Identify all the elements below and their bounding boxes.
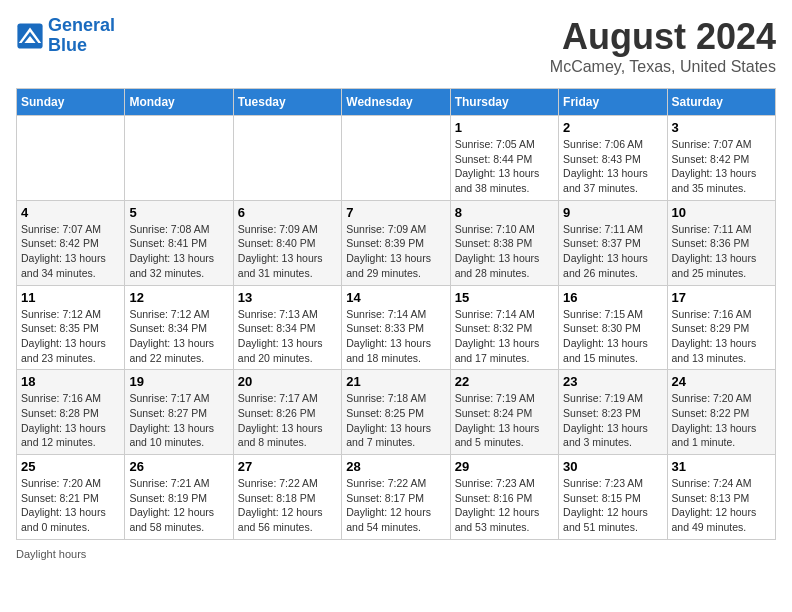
day-info: Sunrise: 7:20 AM Sunset: 8:21 PM Dayligh… [21, 476, 120, 535]
day-number: 5 [129, 205, 228, 220]
logo-line1: General [48, 15, 115, 35]
calendar-cell: 13Sunrise: 7:13 AM Sunset: 8:34 PM Dayli… [233, 285, 341, 370]
day-info: Sunrise: 7:19 AM Sunset: 8:24 PM Dayligh… [455, 391, 554, 450]
day-number: 30 [563, 459, 662, 474]
day-info: Sunrise: 7:13 AM Sunset: 8:34 PM Dayligh… [238, 307, 337, 366]
weekday-header-thursday: Thursday [450, 89, 558, 116]
day-number: 6 [238, 205, 337, 220]
logo-text: General Blue [48, 16, 115, 56]
calendar-cell: 27Sunrise: 7:22 AM Sunset: 8:18 PM Dayli… [233, 455, 341, 540]
day-info: Sunrise: 7:19 AM Sunset: 8:23 PM Dayligh… [563, 391, 662, 450]
day-info: Sunrise: 7:07 AM Sunset: 8:42 PM Dayligh… [21, 222, 120, 281]
calendar-cell: 24Sunrise: 7:20 AM Sunset: 8:22 PM Dayli… [667, 370, 775, 455]
day-number: 18 [21, 374, 120, 389]
calendar-cell: 3Sunrise: 7:07 AM Sunset: 8:42 PM Daylig… [667, 116, 775, 201]
day-number: 22 [455, 374, 554, 389]
day-info: Sunrise: 7:11 AM Sunset: 8:36 PM Dayligh… [672, 222, 771, 281]
day-number: 24 [672, 374, 771, 389]
day-number: 23 [563, 374, 662, 389]
day-number: 1 [455, 120, 554, 135]
location-title: McCamey, Texas, United States [550, 58, 776, 76]
day-number: 26 [129, 459, 228, 474]
day-info: Sunrise: 7:12 AM Sunset: 8:34 PM Dayligh… [129, 307, 228, 366]
calendar-cell: 18Sunrise: 7:16 AM Sunset: 8:28 PM Dayli… [17, 370, 125, 455]
day-info: Sunrise: 7:14 AM Sunset: 8:32 PM Dayligh… [455, 307, 554, 366]
weekday-header-saturday: Saturday [667, 89, 775, 116]
day-number: 29 [455, 459, 554, 474]
day-number: 25 [21, 459, 120, 474]
day-number: 8 [455, 205, 554, 220]
calendar-cell: 1Sunrise: 7:05 AM Sunset: 8:44 PM Daylig… [450, 116, 558, 201]
day-number: 12 [129, 290, 228, 305]
header: General Blue August 2024 McCamey, Texas,… [16, 16, 776, 76]
calendar-cell [17, 116, 125, 201]
calendar-cell [233, 116, 341, 201]
day-info: Sunrise: 7:08 AM Sunset: 8:41 PM Dayligh… [129, 222, 228, 281]
calendar-cell: 22Sunrise: 7:19 AM Sunset: 8:24 PM Dayli… [450, 370, 558, 455]
calendar-cell [342, 116, 450, 201]
footer-note-text: Daylight hours [16, 548, 86, 560]
day-number: 17 [672, 290, 771, 305]
logo: General Blue [16, 16, 115, 56]
calendar-cell: 12Sunrise: 7:12 AM Sunset: 8:34 PM Dayli… [125, 285, 233, 370]
calendar-cell: 28Sunrise: 7:22 AM Sunset: 8:17 PM Dayli… [342, 455, 450, 540]
day-info: Sunrise: 7:14 AM Sunset: 8:33 PM Dayligh… [346, 307, 445, 366]
calendar-cell: 16Sunrise: 7:15 AM Sunset: 8:30 PM Dayli… [559, 285, 667, 370]
calendar-cell: 19Sunrise: 7:17 AM Sunset: 8:27 PM Dayli… [125, 370, 233, 455]
weekday-header-tuesday: Tuesday [233, 89, 341, 116]
logo-line2: Blue [48, 35, 87, 55]
calendar-cell: 8Sunrise: 7:10 AM Sunset: 8:38 PM Daylig… [450, 200, 558, 285]
day-number: 13 [238, 290, 337, 305]
day-number: 9 [563, 205, 662, 220]
day-number: 28 [346, 459, 445, 474]
weekday-header-sunday: Sunday [17, 89, 125, 116]
day-info: Sunrise: 7:05 AM Sunset: 8:44 PM Dayligh… [455, 137, 554, 196]
calendar-cell: 14Sunrise: 7:14 AM Sunset: 8:33 PM Dayli… [342, 285, 450, 370]
calendar-cell: 5Sunrise: 7:08 AM Sunset: 8:41 PM Daylig… [125, 200, 233, 285]
calendar-cell: 9Sunrise: 7:11 AM Sunset: 8:37 PM Daylig… [559, 200, 667, 285]
day-number: 3 [672, 120, 771, 135]
day-info: Sunrise: 7:06 AM Sunset: 8:43 PM Dayligh… [563, 137, 662, 196]
calendar-cell: 2Sunrise: 7:06 AM Sunset: 8:43 PM Daylig… [559, 116, 667, 201]
day-number: 27 [238, 459, 337, 474]
day-number: 15 [455, 290, 554, 305]
calendar-cell: 6Sunrise: 7:09 AM Sunset: 8:40 PM Daylig… [233, 200, 341, 285]
day-info: Sunrise: 7:15 AM Sunset: 8:30 PM Dayligh… [563, 307, 662, 366]
day-info: Sunrise: 7:11 AM Sunset: 8:37 PM Dayligh… [563, 222, 662, 281]
day-number: 2 [563, 120, 662, 135]
title-area: August 2024 McCamey, Texas, United State… [550, 16, 776, 76]
day-info: Sunrise: 7:21 AM Sunset: 8:19 PM Dayligh… [129, 476, 228, 535]
day-info: Sunrise: 7:18 AM Sunset: 8:25 PM Dayligh… [346, 391, 445, 450]
day-info: Sunrise: 7:23 AM Sunset: 8:15 PM Dayligh… [563, 476, 662, 535]
footer-note: Daylight hours [16, 548, 776, 560]
day-number: 7 [346, 205, 445, 220]
month-title: August 2024 [550, 16, 776, 58]
calendar-cell: 30Sunrise: 7:23 AM Sunset: 8:15 PM Dayli… [559, 455, 667, 540]
calendar-cell: 21Sunrise: 7:18 AM Sunset: 8:25 PM Dayli… [342, 370, 450, 455]
day-info: Sunrise: 7:20 AM Sunset: 8:22 PM Dayligh… [672, 391, 771, 450]
day-info: Sunrise: 7:09 AM Sunset: 8:39 PM Dayligh… [346, 222, 445, 281]
weekday-header-wednesday: Wednesday [342, 89, 450, 116]
calendar-cell: 23Sunrise: 7:19 AM Sunset: 8:23 PM Dayli… [559, 370, 667, 455]
calendar-cell: 10Sunrise: 7:11 AM Sunset: 8:36 PM Dayli… [667, 200, 775, 285]
day-info: Sunrise: 7:23 AM Sunset: 8:16 PM Dayligh… [455, 476, 554, 535]
calendar-cell: 7Sunrise: 7:09 AM Sunset: 8:39 PM Daylig… [342, 200, 450, 285]
day-info: Sunrise: 7:07 AM Sunset: 8:42 PM Dayligh… [672, 137, 771, 196]
day-number: 21 [346, 374, 445, 389]
day-info: Sunrise: 7:16 AM Sunset: 8:28 PM Dayligh… [21, 391, 120, 450]
calendar-cell: 15Sunrise: 7:14 AM Sunset: 8:32 PM Dayli… [450, 285, 558, 370]
day-number: 10 [672, 205, 771, 220]
day-info: Sunrise: 7:22 AM Sunset: 8:18 PM Dayligh… [238, 476, 337, 535]
calendar-cell: 29Sunrise: 7:23 AM Sunset: 8:16 PM Dayli… [450, 455, 558, 540]
day-number: 19 [129, 374, 228, 389]
day-info: Sunrise: 7:17 AM Sunset: 8:26 PM Dayligh… [238, 391, 337, 450]
day-number: 16 [563, 290, 662, 305]
logo-icon [16, 22, 44, 50]
weekday-header-monday: Monday [125, 89, 233, 116]
day-info: Sunrise: 7:24 AM Sunset: 8:13 PM Dayligh… [672, 476, 771, 535]
day-info: Sunrise: 7:12 AM Sunset: 8:35 PM Dayligh… [21, 307, 120, 366]
day-number: 4 [21, 205, 120, 220]
day-number: 11 [21, 290, 120, 305]
day-number: 14 [346, 290, 445, 305]
day-info: Sunrise: 7:09 AM Sunset: 8:40 PM Dayligh… [238, 222, 337, 281]
